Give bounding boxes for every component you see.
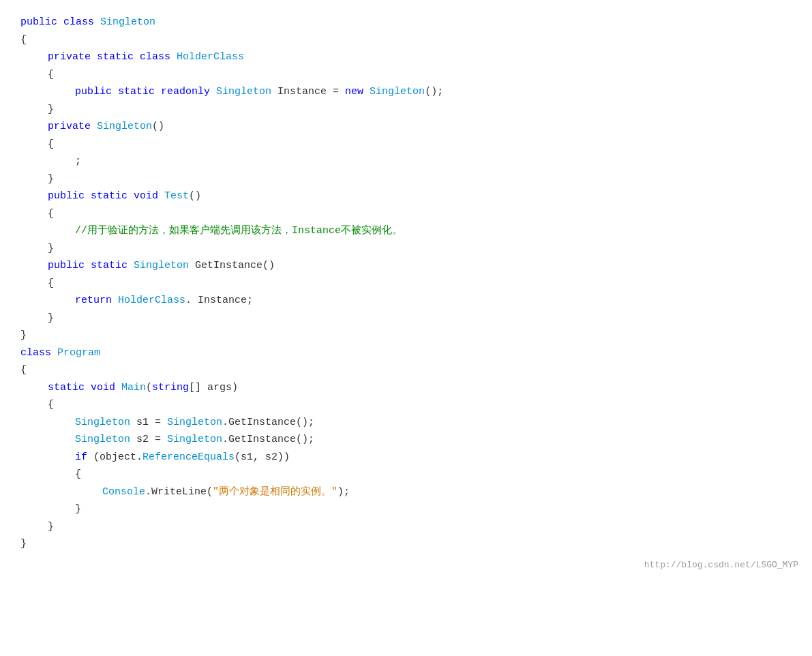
code-line: public class Singleton: [14, 14, 798, 31]
code-line: if (object.ReferenceEquals(s1, s2)): [14, 449, 798, 466]
code-line: {: [14, 136, 798, 153]
code-line: }: [14, 518, 798, 536]
code-line: return HolderClass. Instance;: [14, 292, 798, 310]
code-line: }: [14, 501, 798, 518]
code-line: ;: [14, 153, 798, 170]
code-line: private static class HolderClass: [14, 48, 798, 66]
code-line: //用于验证的方法，如果客户端先调用该方法，Instance不被实例化。: [14, 222, 798, 240]
code-line: public static readonly Singleton Instanc…: [14, 83, 798, 101]
code-container: public class Singleton{private static cl…: [0, 7, 812, 580]
code-block: public class Singleton{private static cl…: [14, 14, 798, 553]
code-line: {: [14, 396, 798, 414]
code-line: {: [14, 466, 798, 483]
code-line: {: [14, 66, 798, 84]
code-line: {: [14, 31, 798, 49]
code-line: }: [14, 310, 798, 327]
code-line: Console.WriteLine("两个对象是相同的实例。");: [14, 483, 798, 501]
code-line: }: [14, 101, 798, 119]
code-line: {: [14, 275, 798, 293]
code-line: public static Singleton GetInstance(): [14, 257, 798, 275]
code-line: public static void Test(): [14, 188, 798, 205]
code-line: }: [14, 240, 798, 258]
code-line: }: [14, 535, 798, 553]
code-line: Singleton s1 = Singleton.GetInstance();: [14, 414, 798, 432]
code-line: Singleton s2 = Singleton.GetInstance();: [14, 431, 798, 449]
code-line: }: [14, 170, 798, 188]
code-line: }: [14, 327, 798, 344]
code-line: class Program: [14, 344, 798, 362]
code-line: {: [14, 361, 798, 379]
watermark: http://blog.csdn.net/LSGO_MYP: [644, 558, 798, 573]
code-line: private Singleton(): [14, 118, 798, 136]
code-line: static void Main(string[] args): [14, 379, 798, 397]
code-line: {: [14, 205, 798, 223]
